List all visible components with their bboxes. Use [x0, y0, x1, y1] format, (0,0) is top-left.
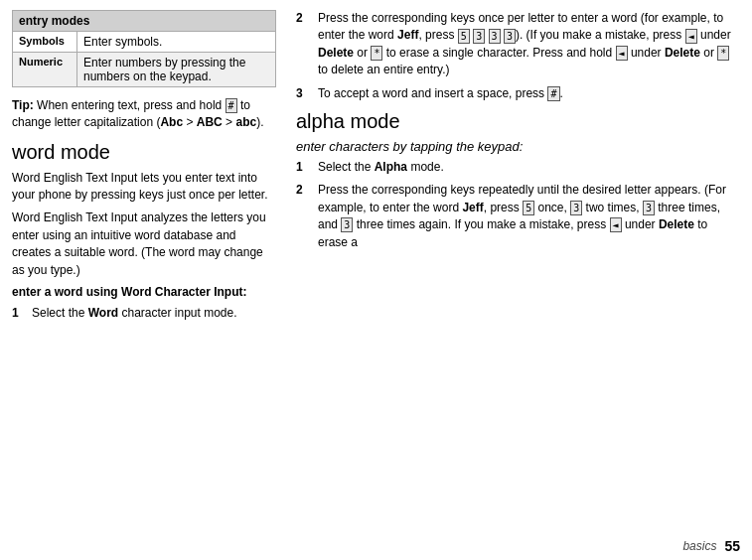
alpha-list-item-2: 2 Press the corresponding keys repeatedl…	[296, 182, 740, 251]
alpha-key-3c: 3	[341, 217, 353, 232]
list-num-1: 1	[12, 305, 28, 322]
alpha-mode-heading: alpha mode	[296, 110, 740, 133]
mode-numeric-desc: Enter numbers by pressing the numbers on…	[77, 53, 276, 87]
alpha-list-item-1: 1 Select the Alpha mode.	[296, 159, 740, 176]
alpha-key-back: ◄	[610, 217, 622, 232]
footer-label: basics	[682, 539, 716, 553]
key-star1: *	[371, 46, 382, 61]
tip-close: ).	[256, 115, 263, 129]
word-mode-heading: word mode	[12, 141, 276, 164]
key-hash: #	[547, 86, 559, 101]
key-back2: ◄	[616, 46, 628, 61]
tip-gt2: >	[223, 115, 236, 129]
right-content-3: To accept a word and insert a space, pre…	[318, 85, 740, 102]
key-star2: *	[717, 46, 729, 61]
tip-cap1: Abc	[160, 115, 183, 129]
table-row: Numeric Enter numbers by pressing the nu…	[13, 53, 276, 87]
alpha-mode-sub: enter characters by tapping the keypad:	[296, 139, 740, 154]
alpha-num-1: 1	[296, 159, 312, 176]
mode-symbols-label: Symbols	[13, 32, 77, 53]
table-row: Symbols Enter symbols.	[13, 32, 276, 53]
list-text2-1: character input mode.	[118, 306, 236, 320]
right-num-3: 3	[296, 85, 312, 102]
alpha-key-3a: 3	[570, 201, 582, 215]
tip-label: Tip:	[12, 98, 34, 112]
tip-cap2: ABC	[197, 115, 223, 129]
tip-text: When entering text, press and hold	[34, 98, 226, 112]
entry-modes-table: entry modes Symbols Enter symbols. Numer…	[12, 10, 276, 87]
key-3a: 3	[473, 29, 485, 44]
left-list-item-1: 1 Select the Word character input mode.	[12, 305, 276, 322]
tip-section: Tip: When entering text, press and hold …	[12, 97, 276, 131]
mode-symbols-desc: Enter symbols.	[77, 32, 276, 53]
right-list-item-2: 2 Press the corresponding keys once per …	[296, 10, 740, 79]
alpha-content-1: Select the Alpha mode.	[318, 159, 740, 176]
footer-page-number: 55	[724, 538, 740, 554]
key-back1: ◄	[685, 29, 697, 44]
list-content-1: Select the Word character input mode.	[32, 305, 276, 322]
alpha-key-3b: 3	[643, 201, 655, 215]
tip-gt1: >	[183, 115, 197, 129]
delete-bold-2: Delete	[665, 46, 700, 60]
alpha-key-5: 5	[523, 201, 534, 215]
key-3c: 3	[504, 29, 516, 44]
alpha-bold: Alpha	[375, 160, 407, 174]
table-header: entry modes	[13, 11, 276, 32]
right-list-item-3: 3 To accept a word and insert a space, p…	[296, 85, 740, 102]
jeff-bold-alpha: Jeff	[462, 201, 483, 214]
word-mode-para1: Word English Text Input lets you enter t…	[12, 170, 276, 205]
alpha-delete-bold: Delete	[659, 217, 694, 231]
word-mode-para2: Word English Text Input analyzes the let…	[12, 210, 276, 279]
key-5: 5	[458, 29, 470, 44]
right-column: 2 Press the corresponding keys once per …	[288, 0, 752, 560]
tip-cap3: abc	[235, 115, 256, 129]
alpha-content-2: Press the corresponding keys repeatedly …	[318, 182, 740, 251]
tip-key: #	[226, 98, 237, 113]
page-container: entry modes Symbols Enter symbols. Numer…	[0, 0, 752, 560]
right-num-2: 2	[296, 10, 312, 79]
alpha-num-2: 2	[296, 182, 312, 251]
delete-bold-1: Delete	[318, 46, 354, 60]
right-content-2: Press the corresponding keys once per le…	[318, 10, 740, 79]
mode-numeric-label: Numeric	[13, 53, 77, 87]
key-3b: 3	[489, 29, 501, 44]
list-text-1: Select the	[32, 306, 88, 320]
list-bold-1: Word	[88, 306, 118, 320]
left-column: entry modes Symbols Enter symbols. Numer…	[0, 0, 288, 560]
word-mode-subheading: enter a word using Word Character Input:	[12, 285, 276, 299]
page-footer: basics 55	[682, 538, 740, 554]
jeff-bold-1: Jeff	[397, 28, 418, 42]
